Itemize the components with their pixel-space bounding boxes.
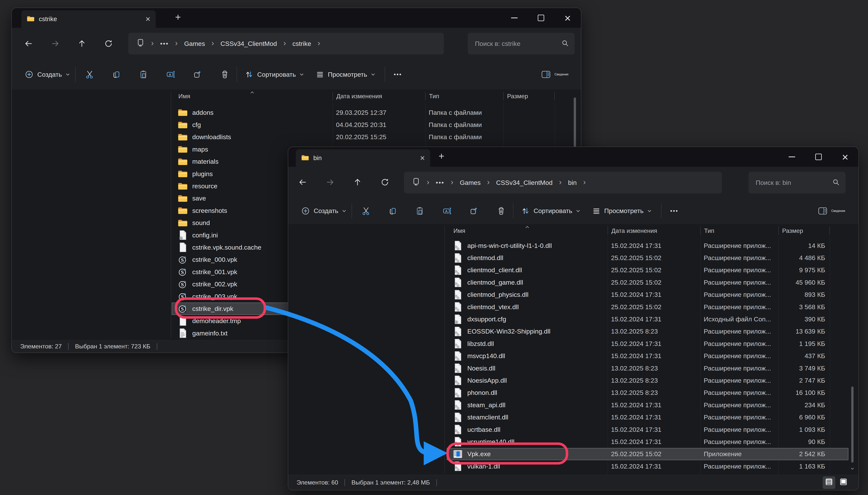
file-row[interactable]: clientmod_game.dll 25.02.2025 15:02 Расш… — [447, 276, 848, 288]
file-row[interactable]: Noesis.dll 13.02.2025 8:23 Расширение пр… — [447, 362, 848, 374]
share-icon[interactable] — [193, 70, 202, 79]
file-row[interactable]: ucrtbase.dll 15.02.2024 17:31 Расширение… — [447, 423, 848, 436]
details-pane-button[interactable]: Сведения — [818, 207, 845, 215]
file-type: Приложение — [700, 450, 778, 458]
file-row[interactable]: downloadlists 20.02.2025 15:25 Папка с ф… — [172, 131, 579, 143]
cut-icon[interactable] — [85, 70, 94, 79]
column-header-size[interactable]: Размер — [503, 92, 555, 101]
file-row[interactable]: steamclient.dll 15.02.2024 17:31 Расшире… — [447, 411, 848, 423]
refresh-icon[interactable] — [380, 177, 389, 187]
new-tab-button[interactable]: + — [175, 12, 181, 22]
back-icon[interactable] — [24, 39, 33, 48]
up-icon[interactable] — [353, 177, 362, 187]
file-row[interactable]: clientmod.dll 25.02.2025 15:02 Расширени… — [447, 252, 848, 264]
file-row[interactable]: clientmod_client.dll 25.02.2025 15:02 Ра… — [447, 264, 848, 276]
search-input[interactable]: Поиск в: cstrike — [468, 33, 575, 54]
sort-button[interactable]: Сортировать — [245, 70, 304, 79]
file-date: 15.02.2024 17:31 — [608, 438, 700, 445]
title-bar: bin × + × — [288, 147, 858, 167]
copy-icon[interactable] — [388, 206, 398, 216]
file-row[interactable]: phonon.dll 13.02.2025 8:23 Расширение пр… — [447, 387, 848, 399]
details-pane-button[interactable]: Сведения — [541, 70, 568, 79]
cut-icon[interactable] — [362, 206, 370, 216]
column-header-date[interactable]: Дата изменения — [332, 92, 425, 101]
rename-icon[interactable]: A — [166, 70, 175, 79]
column-header-type[interactable]: Тип — [700, 226, 778, 235]
close-button[interactable]: × — [554, 8, 581, 28]
back-icon[interactable] — [298, 177, 307, 187]
icons-view-button[interactable] — [837, 476, 850, 489]
more-options-button[interactable]: ••• — [394, 71, 402, 78]
more-options-button[interactable]: ••• — [670, 208, 679, 214]
column-header-type[interactable]: Тип — [425, 92, 503, 101]
close-button[interactable]: × — [832, 147, 858, 167]
file-row[interactable]: libzstd.dll 15.02.2024 17:31 Расширение … — [447, 338, 848, 350]
svg-text:S: S — [181, 269, 184, 275]
breadcrumb-item-cssv34[interactable]: CSSv34_ClientMod — [221, 40, 277, 47]
view-button[interactable]: Просмотреть — [316, 70, 375, 79]
vertical-scrollbar[interactable] — [851, 387, 853, 463]
breadcrumb-item-cstrike[interactable]: cstrike — [292, 40, 311, 47]
search-icon[interactable] — [832, 178, 840, 187]
delete-icon[interactable] — [497, 206, 506, 216]
tab-bin[interactable]: bin × — [296, 149, 430, 167]
view-button[interactable]: Просмотреть — [592, 207, 652, 215]
search-input[interactable]: Поиск в: bin — [748, 172, 846, 193]
file-row[interactable]: steam_api.dll 15.02.2024 17:31 Расширени… — [447, 399, 848, 411]
file-row[interactable]: clientmod_physics.dll 15.02.2024 17:31 Р… — [447, 289, 848, 301]
minimize-button[interactable] — [779, 147, 805, 167]
dll-icon — [452, 241, 463, 251]
share-icon[interactable] — [470, 206, 479, 216]
breadcrumb-item-bin[interactable]: bin — [568, 179, 577, 186]
forward-icon[interactable] — [51, 39, 60, 48]
rename-icon[interactable]: A — [442, 206, 452, 216]
search-placeholder: Поиск в: bin — [756, 179, 832, 186]
new-tab-button[interactable]: + — [438, 151, 444, 161]
breadcrumb[interactable]: › ••• › Games › CSSv34_ClientMod › bin › — [404, 172, 722, 193]
file-name: screenshots — [192, 207, 227, 215]
breadcrumb-item-games[interactable]: Games — [184, 40, 205, 47]
file-name: dxsupport.cfg — [467, 315, 506, 323]
create-button[interactable]: Создать — [24, 70, 70, 79]
file-row[interactable]: EOSSDK-Win32-Shipping.dll 13.02.2025 8:2… — [447, 325, 848, 338]
this-pc-icon[interactable] — [412, 178, 420, 187]
refresh-icon[interactable] — [104, 39, 113, 48]
breadcrumb-item-cssv34[interactable]: CSSv34_ClientMod — [496, 179, 553, 186]
breadcrumb-ellipsis[interactable]: ••• — [160, 40, 169, 47]
copy-icon[interactable] — [112, 70, 121, 79]
minimize-button[interactable] — [501, 8, 528, 28]
tab-cstrike[interactable]: cstrike × — [21, 10, 156, 28]
file-type: Расширение прилож... — [700, 377, 778, 384]
search-icon[interactable] — [561, 39, 569, 48]
maximize-button[interactable] — [528, 8, 554, 28]
folder-icon — [177, 182, 188, 190]
create-button[interactable]: Создать — [301, 206, 347, 216]
sort-button[interactable]: Сортировать — [521, 206, 580, 216]
breadcrumb-ellipsis[interactable]: ••• — [436, 179, 444, 186]
paste-icon[interactable] — [139, 70, 148, 79]
file-row[interactable]: NoesisApp.dll 13.02.2025 8:23 Расширение… — [447, 374, 848, 387]
column-header-date[interactable]: Дата изменения — [608, 226, 700, 235]
delete-icon[interactable] — [220, 70, 229, 79]
scroll-down-icon[interactable] — [850, 467, 854, 471]
file-row[interactable]: clientmod_vtex.dll 25.02.2025 15:02 Расш… — [447, 301, 848, 313]
file-row[interactable]: dxsupport.cfg 15.02.2024 17:31 Исходный … — [447, 313, 848, 325]
details-view-button[interactable] — [823, 476, 835, 489]
toolbar-divider — [513, 204, 514, 218]
column-header-size[interactable]: Размер — [778, 226, 830, 235]
chevron-right-icon: › — [318, 39, 320, 47]
forward-icon[interactable] — [326, 177, 335, 187]
tab-close-icon[interactable]: × — [420, 154, 425, 162]
file-row[interactable]: api-ms-win-crt-utility-l1-1-0.dll 15.02.… — [447, 239, 848, 252]
breadcrumb-item-games[interactable]: Games — [460, 179, 481, 186]
file-row[interactable]: msvcp140.dll 15.02.2024 17:31 Расширение… — [447, 350, 848, 362]
this-pc-icon[interactable] — [136, 39, 145, 48]
file-row[interactable]: cfg 04.04.2025 20:31 Папка с файлами — [172, 119, 579, 131]
chevron-right-icon: › — [427, 178, 429, 186]
breadcrumb[interactable]: › ••• › Games › CSSv34_ClientMod › cstri… — [128, 33, 444, 54]
up-icon[interactable] — [77, 39, 86, 48]
maximize-button[interactable] — [805, 147, 832, 167]
paste-icon[interactable] — [416, 206, 425, 216]
file-row[interactable]: addons 29.03.2025 12:37 Папка с файлами — [172, 106, 579, 119]
tab-close-icon[interactable]: × — [145, 15, 150, 23]
